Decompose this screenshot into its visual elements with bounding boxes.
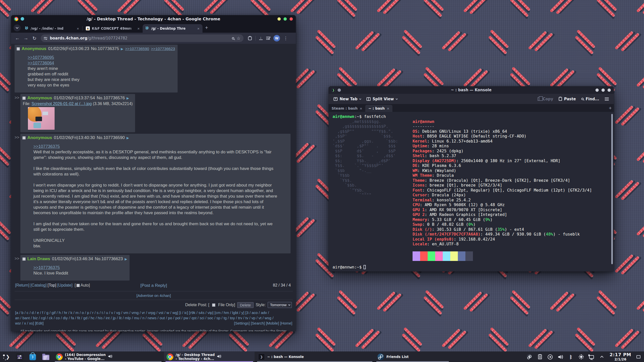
post-menu-arrow[interactable]: ▶ xyxy=(125,257,127,261)
quote-link[interactable]: >>107736375 xyxy=(33,265,117,270)
paste-button[interactable]: Paste xyxy=(557,96,577,102)
tab-close-icon[interactable]: × xyxy=(137,26,140,31)
style-select[interactable]: Tomorrow xyxy=(268,302,292,308)
volume-icon[interactable] xyxy=(557,353,564,360)
post-menu-arrow[interactable]: ▶ xyxy=(127,96,129,100)
fetch-label: Display (AW2725DM) xyxy=(413,158,456,163)
file-manager-button[interactable] xyxy=(39,352,52,362)
browser-tab[interactable]: /g/ - Desktop Thre× xyxy=(143,24,203,33)
extensions-icon[interactable] xyxy=(248,36,252,40)
board-list-line[interactable]: [a / b / c / d / e / f / g / gif / h / h… xyxy=(15,310,292,315)
brightness-icon[interactable] xyxy=(578,353,584,360)
tab-close-icon[interactable]: × xyxy=(387,107,389,110)
tab-close-icon[interactable]: × xyxy=(197,26,200,31)
back-button[interactable]: ← xyxy=(14,35,21,41)
tab-close-icon[interactable]: × xyxy=(76,26,79,31)
post-menu-arrow[interactable]: ▶ xyxy=(121,47,123,51)
post-menu-arrow[interactable]: ▶ xyxy=(127,136,129,140)
backlink[interactable]: >>107736590 xyxy=(125,47,149,51)
close-button[interactable] xyxy=(290,17,293,21)
post-number[interactable]: No.107736623 xyxy=(95,256,123,261)
taskbar-task[interactable]: (164) Decompression- YouTube - Google... xyxy=(53,352,163,362)
board-list-line[interactable]: an / bant / biz / cgl / ck / co / diy / … xyxy=(15,315,292,321)
address-bar[interactable]: boards.4chan.org/g/thread/107724782 ☆ xyxy=(41,34,244,42)
delete-button[interactable]: Delete xyxy=(237,302,254,308)
konsole-tab[interactable]: Steam : bash× xyxy=(329,105,365,112)
discover-button[interactable] xyxy=(26,352,39,362)
maximize-button[interactable] xyxy=(601,88,605,92)
post-checkbox[interactable] xyxy=(17,47,20,51)
post-row: >>Anonymous01/02/26(Fri)13:37:54No.10773… xyxy=(15,94,293,132)
taskbar-task[interactable]: Friends List xyxy=(375,352,450,362)
post-number[interactable]: No.107736576 xyxy=(97,96,125,101)
find-button[interactable]: Find... xyxy=(580,96,601,102)
hamburger-menu-button[interactable] xyxy=(603,97,610,102)
minimize-button[interactable] xyxy=(595,88,599,92)
post-header: Anonymous01/02/26(Fri)13:40:30No.1077365… xyxy=(22,135,288,140)
post-thumbnail[interactable] xyxy=(28,107,55,130)
browser-titlebar[interactable]: /g/ - Desktop Thread - Technology - 4cha… xyxy=(11,15,296,23)
reply-marker: >> xyxy=(15,96,19,100)
bluetooth-icon[interactable]: ᛒ xyxy=(568,353,574,360)
copy-button[interactable]: Copy xyxy=(536,96,555,102)
reading-list-icon[interactable] xyxy=(266,37,270,40)
steam-tray-icon[interactable] xyxy=(527,353,533,360)
zoom-icon[interactable] xyxy=(232,37,234,39)
post-checkbox[interactable] xyxy=(22,97,26,100)
new-tab-button[interactable]: + xyxy=(205,25,208,31)
network-icon[interactable] xyxy=(588,353,594,360)
quote-link[interactable]: >>107736375 xyxy=(33,144,278,149)
board-list-line[interactable]: wsr / x / xs] [Edit] xyxy=(15,321,44,326)
audio-playing-icon[interactable] xyxy=(217,354,221,359)
terminal-scrollbar[interactable] xyxy=(611,114,613,264)
terminal-prompt[interactable]: air@annwn:~$ xyxy=(333,265,610,270)
app-launcher-icon xyxy=(3,353,10,360)
quote-link[interactable]: >>107736095 xyxy=(28,55,165,60)
file-link[interactable]: Screenshot 2026-01-02 at (...).jpg xyxy=(31,102,92,106)
tab-close-icon[interactable]: × xyxy=(359,107,362,110)
audio-playing-icon[interactable] xyxy=(108,354,112,359)
terminal-output[interactable]: air@annwn:~$ fastfetch _,met$$$$$gg. ,g$… xyxy=(329,112,614,272)
forward-button[interactable]: → xyxy=(22,35,30,41)
quote-link[interactable]: >>107736064 xyxy=(28,60,165,66)
post-checkbox[interactable] xyxy=(22,136,26,140)
browser-tab[interactable]: aK&F CONCEPT 49mm× xyxy=(83,24,143,33)
minimize-button[interactable] xyxy=(277,17,281,21)
taskbar-task[interactable]: /g/ - Desktop Thread- Technology - 4ch..… xyxy=(164,352,255,362)
post-a-reply-link[interactable]: [Post a Reply] xyxy=(15,283,292,288)
close-button[interactable] xyxy=(608,88,611,92)
media-player-icon[interactable] xyxy=(547,353,553,360)
expand-tray-icon[interactable] xyxy=(599,353,605,360)
download-icon[interactable] xyxy=(259,36,263,40)
discover-bag-icon xyxy=(29,354,36,360)
board-list-nav[interactable]: [a / b / c / d / e / f / g / gif / h / h… xyxy=(15,310,292,326)
file-only-checkbox[interactable] xyxy=(212,303,215,307)
app-launcher-button[interactable] xyxy=(0,352,13,362)
post-number[interactable]: No.107736375 xyxy=(91,46,119,51)
show-desktop-button[interactable] xyxy=(636,355,640,358)
expand-tabbar-icon[interactable]: + xyxy=(609,106,612,110)
bookmark-star-icon[interactable]: ☆ xyxy=(237,36,240,41)
taskbar-task[interactable]: ❯~ : bash — Konsole xyxy=(256,352,374,362)
split-view-button[interactable]: Split View xyxy=(365,96,399,102)
konsole-tab[interactable]: ~ : bash× xyxy=(365,105,392,112)
site-nav-links[interactable]: [Settings] [Search] [Mobile] [Home] xyxy=(234,321,292,326)
konsole-titlebar[interactable]: ❯ ~ : bash — Konsole xyxy=(329,86,614,94)
profile-avatar[interactable]: W xyxy=(273,35,280,41)
advertise-link[interactable]: [Advertise on 4chan] xyxy=(15,293,293,298)
maximize-button[interactable] xyxy=(284,17,287,21)
backlink[interactable]: >>107736623 xyxy=(151,47,175,51)
system-settings-button[interactable] xyxy=(13,352,26,362)
post-checkbox[interactable] xyxy=(22,257,26,261)
url-text[interactable]: boards.4chan.org/g/thread/107724782 xyxy=(50,36,229,40)
new-tab-button[interactable]: New Tab xyxy=(332,96,363,102)
post-number[interactable]: No.107736590 xyxy=(97,135,125,140)
menu-kebab-icon[interactable]: ⋮ xyxy=(284,36,288,41)
clock[interactable]: 2:17 PM 2/1/26 xyxy=(610,352,631,361)
browser-tab[interactable]: /vg/ - /indie/ - Ind× xyxy=(22,24,82,33)
chrome-icon xyxy=(56,353,63,360)
site-info-icon[interactable] xyxy=(44,37,47,40)
clipboard-icon[interactable] xyxy=(537,353,543,360)
tab-search-button[interactable] xyxy=(14,24,21,31)
reload-button[interactable]: ↻ xyxy=(31,35,38,41)
